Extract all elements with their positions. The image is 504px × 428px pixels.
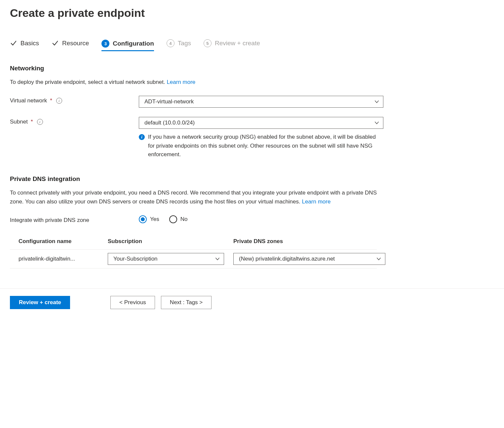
- column-header-subscription: Subscription: [108, 238, 233, 245]
- radio-selected-icon: [139, 215, 147, 223]
- radio-yes[interactable]: Yes: [139, 215, 159, 223]
- nsg-info-note: i If you have a network security group (…: [139, 133, 383, 159]
- tab-basics-label: Basics: [20, 40, 39, 47]
- column-header-config-name: Configuration name: [19, 238, 108, 245]
- dns-learn-more-link[interactable]: Learn more: [302, 198, 330, 205]
- radio-no[interactable]: No: [169, 215, 188, 223]
- tab-resource[interactable]: Resource: [52, 40, 89, 51]
- networking-heading: Networking: [10, 65, 494, 72]
- chevron-down-icon: [376, 256, 382, 262]
- page-title: Create a private endpoint: [10, 7, 494, 19]
- check-icon: [10, 40, 17, 47]
- tab-review-create-label: Review + create: [215, 40, 260, 47]
- chevron-down-icon: [374, 120, 380, 126]
- subscription-select[interactable]: Your-Subscription: [108, 253, 224, 265]
- step-number-icon: 3: [101, 40, 109, 48]
- radio-unselected-icon: [169, 215, 177, 223]
- table-row: privatelink-digitaltwin... Your-Subscrip…: [10, 250, 377, 268]
- virtual-network-label-text: Virtual network: [10, 97, 47, 104]
- step-tabs: Basics Resource 3 Configuration 4 Tags 5…: [10, 39, 494, 52]
- subnet-select[interactable]: default (10.0.0.0/24): [139, 117, 383, 129]
- integrate-dns-radio-group: Yes No: [139, 215, 383, 223]
- table-header-row: Configuration name Subscription Private …: [10, 235, 377, 250]
- info-icon[interactable]: i: [37, 119, 43, 125]
- previous-button[interactable]: < Previous: [110, 296, 155, 309]
- check-icon: [52, 40, 59, 47]
- wizard-footer: Review + create < Previous Next : Tags >: [0, 288, 504, 316]
- networking-description: To deploy the private endpoint, select a…: [10, 78, 383, 87]
- dns-config-table: Configuration name Subscription Private …: [10, 235, 377, 268]
- config-name-cell: privatelink-digitaltwin...: [19, 256, 108, 262]
- dns-heading: Private DNS integration: [10, 175, 494, 183]
- tab-tags[interactable]: 4 Tags: [167, 39, 191, 52]
- info-solid-icon: i: [139, 134, 145, 140]
- tab-tags-label: Tags: [178, 40, 191, 47]
- next-button[interactable]: Next : Tags >: [161, 296, 212, 309]
- tab-configuration[interactable]: 3 Configuration: [101, 40, 154, 51]
- virtual-network-value: ADT-virtual-network: [144, 98, 194, 105]
- radio-yes-label: Yes: [150, 216, 159, 223]
- step-number-icon: 4: [167, 39, 174, 47]
- required-asterisk-icon: *: [50, 97, 52, 104]
- networking-learn-more-link[interactable]: Learn more: [167, 79, 195, 85]
- review-create-button[interactable]: Review + create: [10, 296, 70, 309]
- tab-resource-label: Resource: [62, 40, 89, 47]
- tab-review-create[interactable]: 5 Review + create: [204, 39, 260, 52]
- tab-basics[interactable]: Basics: [10, 40, 39, 51]
- virtual-network-label: Virtual network * i: [10, 96, 139, 104]
- required-asterisk-icon: *: [31, 119, 33, 125]
- networking-description-text: To deploy the private endpoint, select a…: [10, 79, 167, 85]
- column-header-dns-zones: Private DNS zones: [233, 238, 389, 245]
- chevron-down-icon: [214, 256, 220, 262]
- step-number-icon: 5: [204, 39, 212, 47]
- subnet-value: default (10.0.0.0/24): [144, 120, 195, 126]
- virtual-network-select[interactable]: ADT-virtual-network: [139, 96, 383, 108]
- dns-description: To connect privately with your private e…: [10, 189, 383, 206]
- info-icon[interactable]: i: [56, 98, 62, 104]
- subnet-label-text: Subnet: [10, 119, 28, 125]
- subnet-label: Subnet * i: [10, 117, 139, 125]
- nsg-info-text: If you have a network security group (NS…: [148, 133, 383, 159]
- dns-zone-value: (New) privatelink.digitaltwins.azure.net: [239, 256, 335, 262]
- chevron-down-icon: [374, 99, 380, 105]
- integrate-dns-label: Integrate with private DNS zone: [10, 215, 139, 224]
- dns-zone-select[interactable]: (New) privatelink.digitaltwins.azure.net: [233, 253, 385, 265]
- subscription-value: Your-Subscription: [113, 256, 158, 262]
- radio-no-label: No: [180, 216, 188, 223]
- tab-configuration-label: Configuration: [113, 40, 154, 47]
